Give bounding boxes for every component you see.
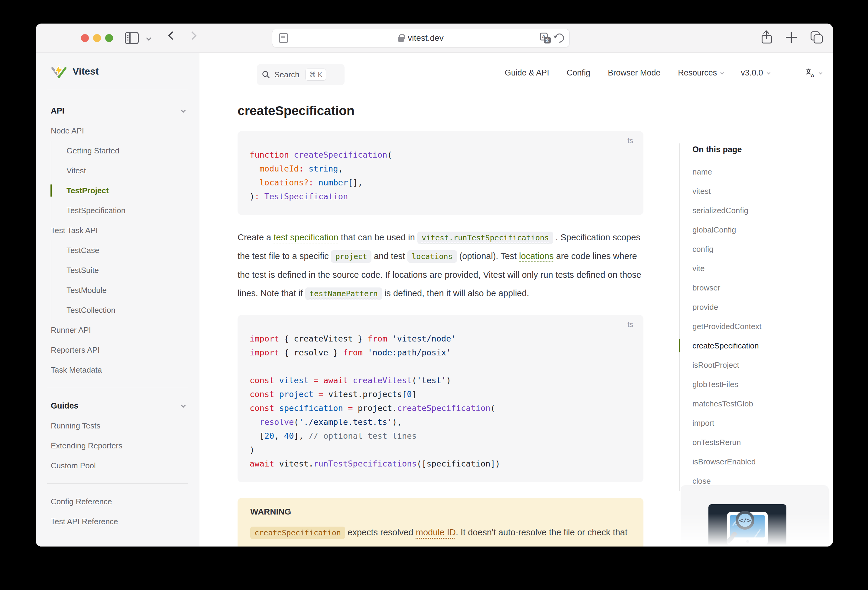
chevron-down-icon — [181, 108, 186, 113]
screen-glare — [754, 529, 761, 537]
navbar-divider — [787, 65, 787, 81]
outline-item-ontestsrerun[interactable]: onTestsRerun — [692, 433, 833, 452]
doc-content: createSpecification ts function createSp… — [238, 93, 644, 546]
warning-title: WARNING — [250, 507, 631, 516]
url-text: vitest.dev — [408, 33, 443, 43]
nav-menu-resources[interactable]: Resources — [678, 68, 723, 78]
tab-overview-icon[interactable] — [810, 31, 823, 44]
sidebar-section-api[interactable]: API — [47, 101, 189, 121]
language-menu[interactable]: A — [805, 68, 821, 78]
sidebar-item-node-api[interactable]: Node API — [47, 121, 189, 141]
code-line — [249, 360, 631, 374]
sidebar-item-running-tests[interactable]: Running Tests — [47, 416, 189, 436]
sidebar-item-testproject[interactable]: TestProject — [51, 181, 189, 200]
code-signature[interactable]: function createSpecification( moduleId: … — [249, 137, 631, 203]
vitest-logo[interactable]: Vitest — [47, 53, 189, 90]
sidebar-section-guides[interactable]: Guides — [47, 396, 189, 416]
translate-icon[interactable]: A 文 — [540, 32, 551, 44]
outline-item-matchestestglob[interactable]: matchesTestGlob — [692, 394, 833, 413]
outline-item-getprovidedcontext[interactable]: getProvidedContext — [692, 317, 833, 336]
new-tab-icon[interactable] — [786, 32, 797, 43]
code-lang-badge: ts — [627, 320, 633, 329]
sidebar-divider — [47, 388, 188, 388]
reload-icon[interactable] — [553, 32, 566, 44]
outline-item-name[interactable]: name — [692, 162, 833, 181]
doc-link[interactable]: locations — [519, 251, 554, 261]
url-display: vitest.dev — [272, 29, 570, 47]
nav-link-guide-api[interactable]: Guide & API — [505, 68, 549, 78]
forward-button[interactable] — [188, 31, 196, 40]
code-line: [20, 40], // optional test lines — [249, 429, 631, 443]
close-window-button[interactable] — [81, 34, 89, 42]
outline-item-serializedconfig[interactable]: serializedConfig — [692, 201, 833, 220]
nav-link-browser-mode[interactable]: Browser Mode — [608, 68, 660, 78]
translate-icon: A — [805, 68, 816, 78]
sidebar-item-testmodule[interactable]: TestModule — [51, 280, 189, 300]
doc-link[interactable]: module ID — [416, 528, 456, 537]
site-title: Vitest — [72, 66, 99, 77]
vitest-logo-icon — [51, 63, 67, 79]
outline-item-vite[interactable]: vite — [692, 259, 833, 278]
code-example[interactable]: import { createVitest } from 'vitest/nod… — [249, 321, 631, 471]
code-line: moduleId: string, — [249, 162, 631, 176]
sidebar-item-reporters-api[interactable]: Reporters API — [47, 340, 189, 360]
on-this-page-aside: On this page namevitestserializedConfigg… — [679, 143, 833, 491]
inline-code[interactable]: project — [331, 250, 371, 263]
sidebar-item-testsuite[interactable]: TestSuite — [51, 260, 189, 280]
sidebar-item-test-api-reference[interactable]: Test API Reference — [47, 512, 189, 531]
sidebar-item-test-task-api[interactable]: Test Task API — [47, 221, 189, 240]
outline-item-config[interactable]: config — [692, 240, 833, 259]
outline-item-globalconfig[interactable]: globalConfig — [692, 220, 833, 240]
sidebar-item-config-reference[interactable]: Config Reference — [47, 491, 189, 512]
chevron-down-icon — [720, 71, 725, 75]
inline-code[interactable]: testNamePattern — [305, 287, 382, 300]
code-block-example: ts import { createVitest } from 'vitest/… — [238, 315, 644, 482]
inline-code: createSpecification — [250, 527, 345, 539]
sidebar-item-testspecification[interactable]: TestSpecification — [51, 200, 189, 221]
zoom-window-button[interactable] — [105, 34, 113, 42]
sponsor-image: </> — [709, 504, 787, 546]
sidebar-menu-chevron-icon[interactable] — [146, 35, 151, 41]
sidebar-item-getting-started[interactable]: Getting Started — [51, 141, 189, 160]
sidebar-toggle-line — [127, 37, 128, 38]
outline-item-isrootproject[interactable]: isRootProject — [692, 355, 833, 375]
sidebar-nav-list: APINode APIGetting StartedVitestTestProj… — [47, 90, 189, 531]
nav-menu-version[interactable]: v3.0.0 — [741, 68, 769, 78]
sidebar-item-runner-api[interactable]: Runner API — [47, 320, 189, 340]
doc-link[interactable]: test specification — [273, 232, 338, 242]
text: is defined, then it will also be applied… — [382, 288, 529, 298]
address-bar[interactable]: vitest.dev A 文 — [272, 29, 570, 47]
outline-item-provide[interactable]: provide — [692, 297, 833, 317]
tab-overview-front — [813, 34, 823, 44]
chevron-down-icon — [766, 71, 771, 75]
outline-item-globtestfiles[interactable]: globTestFiles — [692, 375, 833, 394]
inline-code[interactable]: locations — [407, 250, 457, 263]
sidebar-section-label: Guides — [51, 401, 78, 410]
outline-item-vitest[interactable]: vitest — [692, 181, 833, 201]
back-button[interactable] — [168, 31, 177, 40]
sidebar-item-extending-reporters[interactable]: Extending Reporters — [47, 436, 189, 456]
sponsor-box[interactable]: </> — [681, 485, 829, 546]
code-line: await vitest.runTestSpecifications([spec… — [249, 457, 631, 471]
browser-window: vitest.dev A 文 — [35, 24, 833, 546]
outline-item-browser[interactable]: browser — [692, 278, 833, 297]
chevron-down-icon — [818, 71, 822, 75]
text: that can be used in — [338, 232, 417, 242]
warning-body: createSpecification expects resolved mod… — [250, 523, 631, 546]
search-input[interactable]: Search ⌘ K — [257, 64, 344, 85]
sidebar-item-testcollection[interactable]: TestCollection — [51, 300, 189, 320]
text: Create a — [238, 232, 273, 242]
sidebar-toggle-icon[interactable] — [125, 32, 139, 44]
minimize-window-button[interactable] — [93, 34, 101, 42]
sidebar-item-task-metadata[interactable]: Task Metadata — [47, 360, 189, 380]
sidebar-item-testcase[interactable]: TestCase — [51, 240, 189, 260]
outline-item-import[interactable]: import — [692, 413, 833, 433]
outline-item-isbrowserenabled[interactable]: isBrowserEnabled — [692, 452, 833, 471]
sidebar-item-vitest[interactable]: Vitest — [51, 160, 189, 181]
sidebar-item-custom-pool[interactable]: Custom Pool — [47, 456, 189, 475]
inline-code[interactable]: vitest.runTestSpecifications — [417, 232, 553, 244]
outline-item-createspecification[interactable]: createSpecification — [692, 336, 833, 355]
desktop: vitest.dev A 文 — [0, 0, 868, 590]
share-icon[interactable] — [762, 31, 772, 44]
nav-link-config[interactable]: Config — [567, 68, 590, 78]
